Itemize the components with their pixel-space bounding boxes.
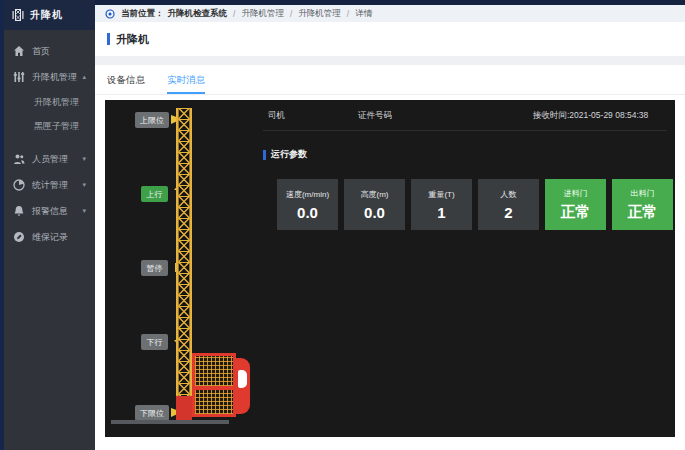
param-card-weight: 重量(T) 1	[411, 179, 472, 230]
param-label: 重量(T)	[428, 189, 454, 200]
hoist-cage	[192, 353, 236, 417]
breadcrumb-item-hoist-management[interactable]: 升降机管理	[241, 8, 284, 20]
tab-bar: 设备信息 实时消息	[95, 65, 685, 95]
sidebar-subitem-blackbox-management[interactable]: 黑匣子管理	[0, 114, 95, 138]
sidebar-item-label: 统计管理	[32, 179, 68, 192]
statistics-icon	[13, 179, 25, 191]
chevron-down-icon: ▾	[82, 155, 86, 163]
sidebar-item-statistics[interactable]: 统计管理 ▾	[0, 172, 95, 198]
breadcrumb-separator: /	[233, 9, 235, 19]
breadcrumb-separator: /	[347, 9, 349, 19]
sidebar-item-alarm-info[interactable]: 报警信息 ▾	[0, 198, 95, 224]
section-title-text: 运行参数	[271, 148, 307, 161]
breadcrumb: 当前位置： 升降机检查系统 / 升降机管理 / 升降机管理 / 详情	[95, 5, 685, 22]
hoist-logo-icon	[12, 9, 24, 21]
moving-up-button: 上行	[141, 186, 168, 202]
upper-limit-button: 上限位	[135, 112, 169, 128]
breadcrumb-separator: /	[290, 9, 292, 19]
chevron-down-icon: ▾	[82, 207, 86, 215]
receive-time: 接收时间:2021-05-29 08:54:38	[533, 110, 648, 122]
hoist-cab	[234, 358, 250, 414]
breadcrumb-item-detail: 详情	[355, 8, 372, 20]
chevron-down-icon: ▾	[82, 181, 86, 189]
page-title-bar: 升降机	[95, 22, 685, 56]
param-value: 正常	[628, 203, 658, 222]
param-cards: 速度(m/min) 0.0 高度(m) 0.0 重量(T) 1 人数 2 进料门…	[277, 179, 673, 230]
param-card-height: 高度(m) 0.0	[344, 179, 405, 230]
param-card-inlet-door: 进料门 正常	[545, 179, 606, 230]
param-value: 0.0	[297, 204, 318, 221]
sidebar-subitem-hoist-management[interactable]: 升降机管理	[0, 90, 95, 114]
param-value: 2	[504, 204, 512, 221]
record-icon	[13, 231, 25, 243]
sidebar-subitem-label: 升降机管理	[34, 96, 79, 109]
mast-truss	[176, 108, 192, 426]
section-accent-bar	[263, 150, 266, 160]
breadcrumb-prefix: 当前位置：	[121, 8, 164, 20]
people-icon	[13, 153, 25, 165]
param-label: 人数	[501, 189, 517, 200]
sidebar-item-home[interactable]: 首页	[0, 38, 95, 64]
param-value: 1	[437, 204, 445, 221]
breadcrumb-item-system[interactable]: 升降机检查系统	[168, 8, 228, 20]
running-params-header: 运行参数	[263, 148, 307, 161]
breadcrumb-item-hoist-management-2[interactable]: 升降机管理	[298, 8, 341, 20]
moving-down-button: 下行	[141, 334, 168, 350]
pause-button: 暂停	[141, 260, 168, 276]
app-logo-text: 升降机	[30, 8, 63, 22]
sliders-icon	[13, 71, 25, 83]
mast-base	[176, 396, 192, 422]
sidebar-item-label: 维保记录	[32, 231, 68, 244]
param-label: 出料门	[631, 188, 655, 199]
param-value: 0.0	[364, 204, 385, 221]
bell-icon	[13, 205, 25, 217]
chevron-up-icon: ▴	[82, 73, 86, 81]
realtime-panel: 上限位 上行 暂停 下行 下限位	[105, 100, 675, 437]
cage-divider	[192, 386, 236, 390]
param-label: 速度(m/min)	[286, 189, 329, 200]
title-accent-bar	[107, 33, 110, 45]
param-card-speed: 速度(m/min) 0.0	[277, 179, 338, 230]
sidebar-item-label: 报警信息	[32, 205, 68, 218]
param-card-people-count: 人数 2	[478, 179, 539, 230]
sidebar-subitem-label: 黑匣子管理	[34, 120, 79, 133]
home-icon	[13, 45, 25, 57]
id-number-label: 证件号码	[358, 110, 392, 122]
page-title: 升降机	[116, 32, 149, 47]
section-divider-band	[95, 56, 685, 65]
sidebar: 升降机 首页 升降机管理 ▴ 升降机管理 黑匣子管理 人员管理 ▾	[0, 0, 95, 450]
main-area: 当前位置： 升降机检查系统 / 升降机管理 / 升降机管理 / 详情 升降机 设…	[95, 0, 685, 450]
nav-spacer	[0, 138, 95, 146]
tab-realtime-message[interactable]: 实时消息	[167, 74, 205, 94]
param-value: 正常	[561, 203, 591, 222]
sidebar-item-label: 人员管理	[32, 153, 68, 166]
param-label: 进料门	[564, 188, 588, 199]
lower-limit-button: 下限位	[135, 405, 169, 421]
param-card-outlet-door: 出料门 正常	[612, 179, 673, 230]
tab-device-info[interactable]: 设备信息	[107, 74, 145, 94]
sidebar-item-maintenance-records[interactable]: 维保记录	[0, 224, 95, 250]
sidebar-item-personnel[interactable]: 人员管理 ▾	[0, 146, 95, 172]
param-label: 高度(m)	[361, 189, 389, 200]
sidebar-item-label: 首页	[32, 45, 50, 58]
sidebar-item-hoist-management[interactable]: 升降机管理 ▴	[0, 64, 95, 90]
app-logo: 升降机	[0, 0, 95, 30]
ground-line	[111, 420, 229, 424]
sidebar-item-label: 升降机管理	[32, 71, 77, 84]
cab-window	[238, 370, 247, 388]
sidebar-nav: 首页 升降机管理 ▴ 升降机管理 黑匣子管理 人员管理 ▾ 统计管理	[0, 30, 95, 250]
location-pin-icon	[105, 9, 117, 19]
panel-header-divider	[263, 130, 667, 131]
driver-label: 司机	[268, 110, 285, 122]
